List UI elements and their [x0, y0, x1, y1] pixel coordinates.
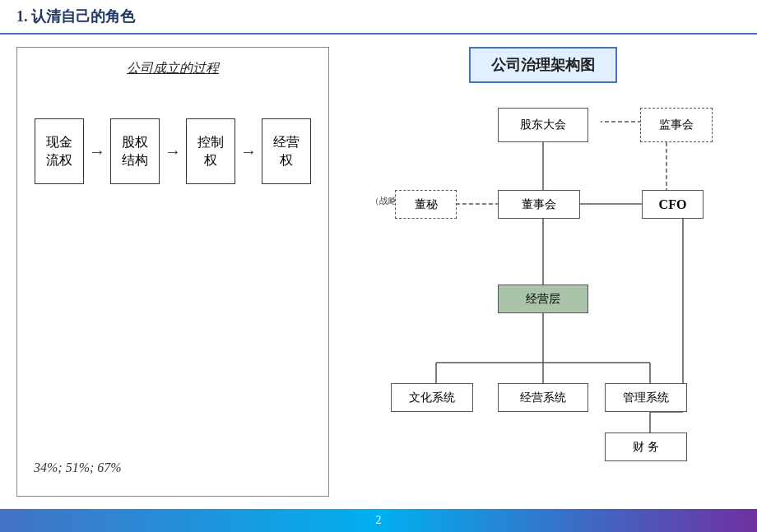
flow-box-cash: 现金流权: [35, 118, 84, 184]
org-chart: 股东大会 监事会 （战略、薪酬、审计） 董事会 董秘 CFO 经营层 文化系统 …: [370, 99, 716, 470]
org-box-management: 经营层: [498, 285, 588, 313]
flow-box-operation: 经营权: [262, 118, 311, 184]
org-box-culture: 文化系统: [391, 383, 473, 412]
page-content: 公司成立的过程 现金流权 → 股权结构 → 控制权 → 经营权 34%; 51%…: [0, 35, 757, 509]
left-panel: 公司成立的过程 现金流权 → 股权结构 → 控制权 → 经营权 34%; 51%…: [16, 47, 329, 497]
flow-container: 现金流权 → 股权结构 → 控制权 → 经营权: [34, 118, 312, 184]
flow-box-equity: 股权结构: [110, 118, 160, 184]
flow-box-control: 控制权: [186, 118, 235, 184]
percentages-text: 34%; 51%; 67%: [34, 460, 312, 483]
org-box-shareholders: 股东大会: [498, 108, 588, 142]
page-header: 1. 认清自己的角色: [0, 0, 757, 35]
arrow-1: →: [89, 142, 105, 161]
org-box-secretary: 董秘: [395, 190, 457, 219]
org-box-cfo: CFO: [642, 190, 704, 219]
right-panel-title: 公司治理架构图: [469, 47, 617, 83]
org-box-operations: 经营系统: [498, 383, 588, 412]
right-panel: 公司治理架构图: [346, 47, 741, 497]
arrow-3: →: [240, 142, 257, 161]
org-box-board: 董事会: [498, 190, 580, 219]
arrow-2: →: [165, 142, 181, 161]
page-footer: 2: [0, 509, 757, 532]
page-number: 2: [376, 514, 382, 527]
page-title: 1. 认清自己的角色: [16, 8, 135, 25]
org-box-supervisory: 监事会: [640, 108, 713, 142]
org-box-admin: 管理系统: [605, 383, 687, 412]
org-box-finance: 财 务: [605, 433, 687, 461]
left-panel-title: 公司成立的过程: [34, 60, 312, 77]
